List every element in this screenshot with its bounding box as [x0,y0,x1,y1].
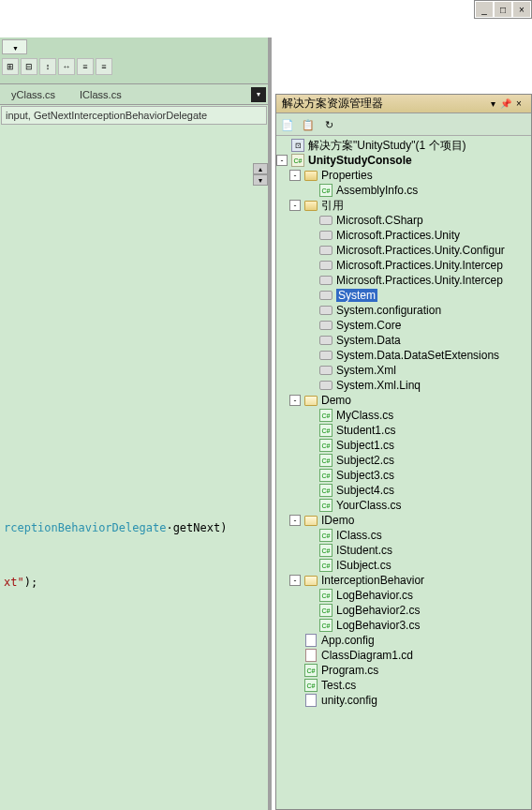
file-node[interactable]: Subject3.cs [276,468,531,483]
node-label: App.config [321,634,375,647]
toolbar-icon[interactable]: ≡ [77,58,94,75]
expander-icon[interactable]: - [289,395,301,406]
tab-file[interactable]: IClass.cs [70,87,131,102]
panel-title: 解决方案资源管理器 [282,96,383,112]
file-node[interactable]: Subject1.cs [276,438,531,453]
panel-dropdown-icon[interactable]: ▾ [486,98,499,109]
csharp-file-icon [318,424,333,437]
file-node[interactable]: IClass.cs [276,528,531,543]
csharp-file-icon [318,544,333,557]
csharp-file-icon [318,439,333,452]
minimize-button[interactable]: _ [475,1,494,18]
file-node[interactable]: Program.cs [276,663,531,678]
folder-references[interactable]: -引用 [276,198,531,213]
node-label: System [336,289,377,302]
node-label: MyClass.cs [336,409,393,422]
reference-node[interactable]: Microsoft.Practices.Unity.Intercep [276,258,531,273]
file-node[interactable]: YourClass.cs [276,498,531,513]
reference-node[interactable]: Microsoft.Practices.Unity [276,228,531,243]
node-label: System.Data.DataSetExtensions [336,349,499,362]
expander-icon[interactable]: - [289,575,301,586]
node-label: UnityStudyConsole [308,154,412,167]
panel-pin-icon[interactable]: 📌 [499,98,512,109]
expander-icon[interactable]: - [289,170,301,181]
toolbar-icon[interactable]: ↔ [58,58,75,75]
node-label: Microsoft.CSharp [336,214,423,227]
folder-open-icon [303,574,318,587]
code-token-method: getNext) [173,521,228,534]
file-node[interactable]: Subject4.cs [276,483,531,498]
reference-node[interactable]: System.Data [276,333,531,348]
reference-icon [318,319,333,332]
reference-node[interactable]: System [276,288,531,303]
expander-icon[interactable]: - [276,155,288,166]
properties-icon[interactable]: 📄 [278,115,297,134]
tab-overflow-button[interactable]: ▾ [251,87,266,102]
reference-icon [318,259,333,272]
reference-node[interactable]: System.Xml.Linq [276,378,531,393]
method-navigator[interactable]: input, GetNextInterceptionBehaviorDelega… [1,106,267,125]
solution-root[interactable]: ⊡解决方案"UnityStudy"(1 个项目) [276,138,531,153]
toolbar-icon[interactable]: ⊞ [2,58,19,75]
file-node[interactable]: LogBehavior.cs [276,588,531,603]
scroll-up-icon[interactable]: ▴ [253,163,268,174]
expander-icon[interactable]: - [289,200,301,211]
node-label: Subject1.cs [336,439,394,452]
csharp-file-icon [318,619,333,632]
scroll-down-icon[interactable]: ▾ [253,174,268,186]
file-node[interactable]: AssemblyInfo.cs [276,183,531,198]
project-node[interactable]: -UnityStudyConsole [276,153,531,168]
maximize-button[interactable]: □ [494,1,512,18]
code-body[interactable]: rceptionBehaviorDelegate·getNext) xt"); [0,126,268,600]
file-node[interactable]: Student1.cs [276,423,531,438]
reference-node[interactable]: System.Data.DataSetExtensions [276,348,531,363]
toolbar-icon[interactable]: ↕ [39,58,56,75]
reference-icon [318,304,333,317]
csharp-file-icon [318,559,333,572]
node-label: Test.cs [321,679,356,692]
tab-file[interactable]: yClass.cs [2,87,65,102]
reference-node[interactable]: System.Xml [276,363,531,378]
solution-tree[interactable]: ⊡解决方案"UnityStudy"(1 个项目)-UnityStudyConso… [276,136,531,809]
reference-node[interactable]: System.configuration [276,303,531,318]
reference-node[interactable]: Microsoft.Practices.Unity.Intercep [276,273,531,288]
node-label: System.Xml [336,364,396,377]
show-all-icon[interactable]: 📋 [299,115,318,134]
reference-icon [318,289,333,302]
node-label: IStudent.cs [336,544,392,557]
folder-properties[interactable]: -Properties [276,168,531,183]
reference-node[interactable]: Microsoft.CSharp [276,213,531,228]
node-label: System.Core [336,319,401,332]
file-node[interactable]: MyClass.cs [276,408,531,423]
node-label: Student1.cs [336,424,395,437]
folder-open-icon [303,514,318,527]
folder-idemo[interactable]: -IDemo [276,513,531,528]
code-editor[interactable]: input, GetNextInterceptionBehaviorDelega… [0,106,268,600]
file-node[interactable]: Test.cs [276,678,531,693]
close-button[interactable]: × [512,1,531,18]
folder-interception[interactable]: -InterceptionBehavior [276,573,531,588]
file-node[interactable]: ISubject.cs [276,558,531,573]
expander-icon[interactable]: - [289,515,301,526]
file-node[interactable]: ClassDiagram1.cd [276,648,531,663]
file-node[interactable]: LogBehavior2.cs [276,603,531,618]
toolbar-dropdown[interactable] [2,39,27,54]
file-node[interactable]: Subject2.cs [276,453,531,468]
toolbar-icon[interactable]: ⊟ [21,58,37,75]
reference-icon [318,349,333,362]
panel-close-icon[interactable]: × [512,98,525,109]
toolbar-icon[interactable]: ≡ [96,58,112,75]
folder-demo[interactable]: -Demo [276,393,531,408]
file-node[interactable]: IStudent.cs [276,543,531,558]
file-node[interactable]: LogBehavior3.cs [276,618,531,633]
reference-icon [318,379,333,392]
code-token-string: xt" [4,576,24,589]
node-label: Microsoft.Practices.Unity [336,229,460,242]
csharp-file-icon [318,454,333,467]
file-node[interactable]: App.config [276,633,531,648]
refresh-icon[interactable]: ↻ [319,115,338,134]
reference-node[interactable]: System.Core [276,318,531,333]
reference-node[interactable]: Microsoft.Practices.Unity.Configur [276,243,531,258]
editor-toolbar: ⊞ ⊟ ↕ ↔ ≡ ≡ [0,38,268,84]
file-node[interactable]: unity.config [276,693,531,708]
